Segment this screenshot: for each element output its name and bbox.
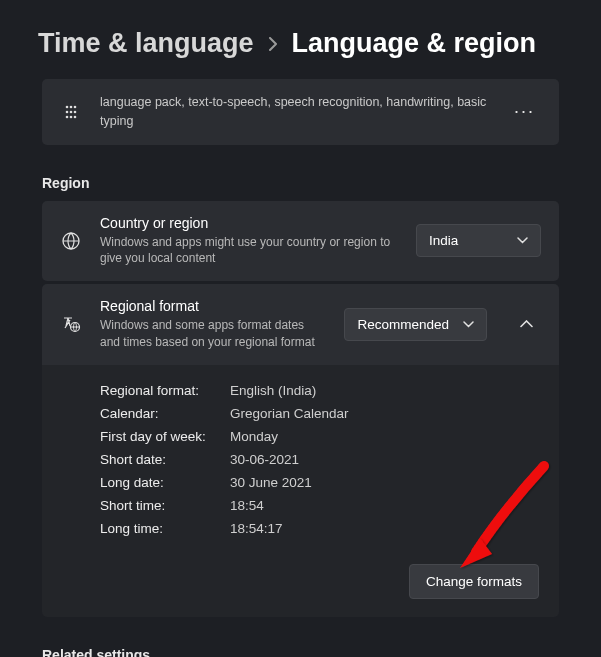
section-title-region: Region: [0, 175, 601, 201]
regional-format-description: Windows and some apps format dates and t…: [100, 317, 326, 351]
regional-format-details: Regional format: English (India) Calenda…: [42, 365, 559, 617]
change-formats-button[interactable]: Change formats: [409, 564, 539, 599]
chevron-down-icon: [517, 237, 528, 244]
regional-format-row: Regional format Windows and some apps fo…: [42, 284, 559, 365]
language-format-icon: [60, 314, 82, 334]
country-region-row: Country or region Windows and apps might…: [42, 201, 559, 282]
country-region-title: Country or region: [100, 215, 398, 231]
section-title-related-settings: Related settings: [0, 647, 601, 657]
svg-point-2: [74, 105, 77, 108]
svg-point-3: [66, 110, 69, 113]
regional-format-dropdown[interactable]: Recommended: [344, 308, 487, 341]
detail-value-short-date: 30-06-2021: [230, 452, 541, 467]
country-region-dropdown[interactable]: India: [416, 224, 541, 257]
breadcrumb-parent[interactable]: Time & language: [38, 28, 254, 59]
svg-point-8: [74, 115, 77, 118]
regional-format-title: Regional format: [100, 298, 326, 314]
detail-value-regional-format: English (India): [230, 383, 541, 398]
svg-point-7: [70, 115, 73, 118]
detail-label-short-date: Short date:: [100, 452, 230, 467]
detail-label-first-day: First day of week:: [100, 429, 230, 444]
detail-value-calendar: Gregorian Calendar: [230, 406, 541, 421]
svg-point-0: [66, 105, 69, 108]
chevron-right-icon: [268, 37, 278, 51]
detail-label-long-date: Long date:: [100, 475, 230, 490]
breadcrumb: Time & language Language & region: [0, 0, 601, 79]
collapse-button[interactable]: [511, 309, 541, 339]
detail-value-long-date: 30 June 2021: [230, 475, 541, 490]
breadcrumb-current: Language & region: [292, 28, 537, 59]
detail-label-short-time: Short time:: [100, 498, 230, 513]
detail-value-long-time: 18:54:17: [230, 521, 541, 536]
language-item-card[interactable]: language pack, text-to-speech, speech re…: [42, 79, 559, 145]
chevron-down-icon: [463, 321, 474, 328]
svg-point-5: [74, 110, 77, 113]
more-options-button[interactable]: ···: [508, 101, 541, 122]
detail-label-calendar: Calendar:: [100, 406, 230, 421]
drag-handle-icon[interactable]: [60, 104, 82, 120]
svg-point-6: [66, 115, 69, 118]
svg-point-1: [70, 105, 73, 108]
detail-value-short-time: 18:54: [230, 498, 541, 513]
country-region-description: Windows and apps might use your country …: [100, 234, 398, 268]
svg-point-4: [70, 110, 73, 113]
regional-format-selected: Recommended: [357, 317, 449, 332]
language-item-description: language pack, text-to-speech, speech re…: [100, 93, 490, 131]
detail-label-regional-format: Regional format:: [100, 383, 230, 398]
globe-icon: [60, 231, 82, 251]
detail-label-long-time: Long time:: [100, 521, 230, 536]
country-region-selected: India: [429, 233, 458, 248]
detail-value-first-day: Monday: [230, 429, 541, 444]
